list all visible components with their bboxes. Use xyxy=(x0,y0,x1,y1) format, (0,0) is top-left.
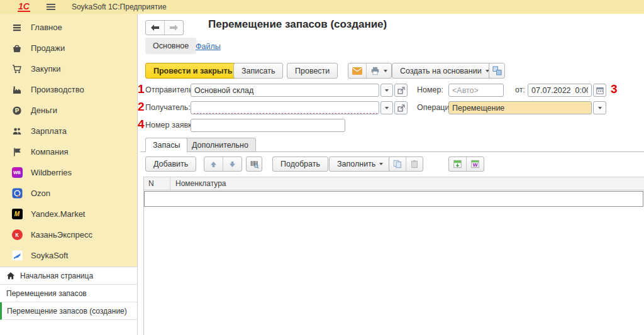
annotation-1: 1 xyxy=(138,83,145,96)
receiver-dropdown-button[interactable] xyxy=(380,101,393,114)
tab-additional[interactable]: Дополнительно xyxy=(184,138,256,152)
open-link-icon xyxy=(397,87,405,94)
yandex-market-icon: M xyxy=(11,209,23,220)
tab-stock[interactable]: Запасы xyxy=(145,138,187,152)
svg-text:P: P xyxy=(15,107,19,114)
save-button[interactable]: Записать xyxy=(233,63,283,79)
date-input[interactable] xyxy=(528,84,592,97)
caret-down-icon xyxy=(385,89,389,92)
app-window: 1С SoykaSoft 1С:Предприятие Главное Прод… xyxy=(0,0,644,335)
people-icon xyxy=(11,126,23,137)
copy-paste-group xyxy=(389,157,423,172)
post-and-close-button[interactable]: Провести и закрыть xyxy=(145,63,240,79)
move-up-button[interactable] xyxy=(204,157,223,171)
sidebar-item-purchases[interactable]: Закупки xyxy=(0,58,137,79)
flag-icon xyxy=(11,146,23,158)
open-link-icon xyxy=(397,104,405,112)
tab-main[interactable]: Основное xyxy=(145,38,196,54)
hamburger-menu-icon[interactable] xyxy=(47,4,55,10)
sidebar-item-ozon[interactable]: Ozon xyxy=(0,183,137,204)
import-group: W xyxy=(448,157,484,172)
sender-label: Отправитель: xyxy=(145,85,195,94)
tab-files-link[interactable]: Файлы xyxy=(196,42,221,51)
sender-open-button[interactable] xyxy=(394,84,408,97)
open-windows-panel: Начальная страница Перемещения запасов П… xyxy=(0,266,137,335)
receiver-label: Получатель: xyxy=(145,103,191,112)
receiver-open-button[interactable] xyxy=(394,101,408,114)
envelope-icon xyxy=(352,67,362,75)
back-button[interactable] xyxy=(146,21,164,35)
date-label: от: xyxy=(515,85,525,94)
wb-import-icon: W xyxy=(470,160,480,168)
table-import-icon xyxy=(453,160,462,168)
history-nav xyxy=(145,20,184,35)
1c-logo-icon: 1С xyxy=(18,3,30,12)
number-input[interactable] xyxy=(448,84,504,97)
sidebar-item-money[interactable]: P Деньги xyxy=(0,100,137,121)
forward-button[interactable] xyxy=(164,21,183,35)
sender-dropdown-button[interactable] xyxy=(380,84,393,97)
add-row-button[interactable]: Добавить xyxy=(145,157,196,172)
sidebar-item-yandex-market[interactable]: M Yandex.Market xyxy=(0,204,137,224)
receiver-input[interactable] xyxy=(191,101,379,114)
tab-separator xyxy=(140,151,644,152)
sidebar-item-production[interactable]: Производство xyxy=(0,79,137,100)
home-icon xyxy=(6,272,15,280)
load-from-wb-button[interactable]: W xyxy=(466,157,484,171)
operation-dropdown-button[interactable] xyxy=(593,101,606,114)
calendar-icon xyxy=(596,87,604,94)
print-button[interactable] xyxy=(366,63,391,78)
svg-text:W: W xyxy=(472,162,477,168)
top-bar: 1С SoykaSoft 1С:Предприятие xyxy=(0,0,644,14)
sidebar-item-wildberries[interactable]: WB Wildberries xyxy=(0,162,137,183)
pick-button[interactable]: Подобрать xyxy=(272,157,328,172)
sidebar-item-main[interactable]: Главное xyxy=(0,17,137,38)
sidebar-item-kazanexpress[interactable]: К КазаньЭкспресс xyxy=(0,224,137,245)
ruble-circle-icon: P xyxy=(11,105,23,116)
sidebar-item-company[interactable]: Компания xyxy=(0,141,137,162)
mail-print-group xyxy=(348,63,392,79)
load-from-table-button[interactable] xyxy=(449,157,466,171)
items-grid: N Номенклатура xyxy=(143,177,644,335)
fill-button[interactable]: Заполнить xyxy=(329,157,391,172)
grid-empty-selected-row[interactable] xyxy=(144,191,643,207)
main-content: Перемещение запасов (создание) Основное … xyxy=(137,14,644,335)
nav-item-home[interactable]: Начальная страница xyxy=(0,267,137,285)
create-based-on-button[interactable]: Создать на основании xyxy=(392,63,497,79)
post-button[interactable]: Провести xyxy=(287,63,338,79)
date-calendar-button[interactable] xyxy=(593,84,606,97)
arrow-down-icon xyxy=(229,161,236,168)
sidebar-item-sales[interactable]: Продажи xyxy=(0,38,137,58)
request-number-input[interactable] xyxy=(191,119,345,132)
sender-input[interactable] xyxy=(191,84,379,97)
barcode-scan-button[interactable] xyxy=(246,157,262,172)
barcode-icon xyxy=(250,160,259,168)
printer-icon xyxy=(370,67,380,75)
cart-icon xyxy=(11,63,23,75)
move-down-button[interactable] xyxy=(223,157,242,171)
caret-down-icon xyxy=(385,107,389,109)
basket-icon xyxy=(11,43,23,54)
paste-icon xyxy=(410,160,419,168)
menu-lines-icon xyxy=(11,22,23,33)
window-title: SoykaSoft 1С:Предприятие xyxy=(72,3,167,11)
grid-header: N Номенклатура xyxy=(144,177,644,190)
factory-icon xyxy=(11,84,23,96)
paste-rows-button[interactable] xyxy=(406,157,423,171)
print-dropdown-caret-icon xyxy=(384,70,387,72)
copy-rows-button[interactable] xyxy=(389,157,406,171)
copy-icon xyxy=(393,160,402,168)
operation-input[interactable] xyxy=(448,101,592,114)
sidebar-item-salary[interactable]: Зарплата xyxy=(0,121,137,141)
nav-item-stock-transfer-new[interactable]: Перемещение запасов (создание) xyxy=(0,302,137,320)
structure-icon xyxy=(492,66,502,75)
related-documents-button[interactable] xyxy=(489,63,505,79)
kazanexpress-icon: К xyxy=(11,229,23,241)
arrow-up-icon xyxy=(210,161,217,168)
column-header-n: N xyxy=(144,177,170,190)
annotation-3: 3 xyxy=(611,83,618,96)
sidebar-item-soykasoft[interactable]: SoykaSoft xyxy=(0,245,137,266)
number-label: Номер: xyxy=(417,85,443,94)
nav-item-stock-transfers[interactable]: Перемещения запасов xyxy=(0,285,137,302)
email-button[interactable] xyxy=(348,63,366,78)
